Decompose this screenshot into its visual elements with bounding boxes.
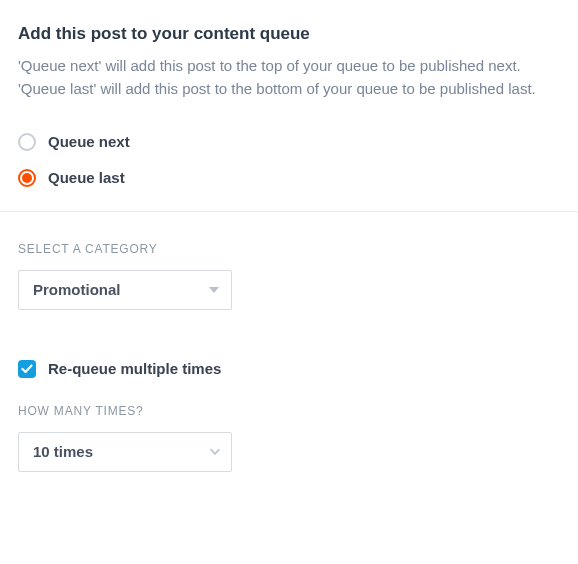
radio-label: Queue last [48, 169, 125, 186]
radio-icon-selected [18, 169, 36, 187]
radio-queue-last[interactable]: Queue last [18, 169, 560, 187]
checkbox-checked-icon [18, 360, 36, 378]
requeue-checkbox-label: Re-queue multiple times [48, 360, 221, 377]
times-select[interactable]: 10 times [18, 432, 232, 472]
page-description: 'Queue next' will add this post to the t… [18, 54, 558, 101]
radio-icon [18, 133, 36, 151]
radio-queue-next[interactable]: Queue next [18, 133, 560, 151]
category-select-value: Promotional [33, 281, 121, 298]
page-title: Add this post to your content queue [18, 24, 560, 44]
radio-dot-icon [22, 173, 32, 183]
category-select[interactable]: Promotional [18, 270, 232, 310]
times-select-value: 10 times [33, 443, 93, 460]
times-section-label: HOW MANY TIMES? [18, 404, 560, 418]
radio-label: Queue next [48, 133, 130, 150]
category-section-label: SELECT A CATEGORY [18, 242, 560, 256]
requeue-checkbox[interactable]: Re-queue multiple times [18, 360, 560, 378]
